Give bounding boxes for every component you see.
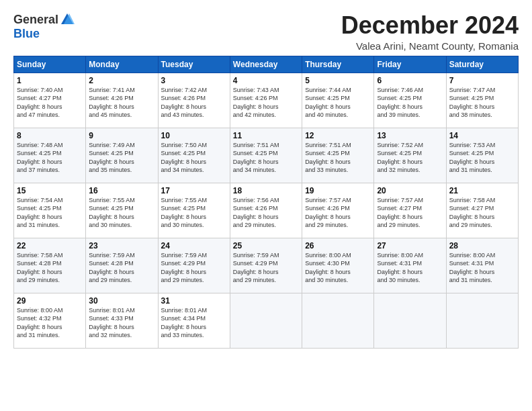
day-number: 17 bbox=[161, 186, 227, 195]
day-number: 13 bbox=[377, 131, 443, 140]
day-info: Sunrise: 7:52 AM Sunset: 4:25 PM Dayligh… bbox=[377, 142, 423, 174]
day-number: 31 bbox=[161, 296, 227, 306]
table-row: 24Sunrise: 7:59 AM Sunset: 4:29 PM Dayli… bbox=[158, 238, 230, 293]
table-row: 3Sunrise: 7:42 AM Sunset: 4:26 PM Daylig… bbox=[158, 73, 230, 128]
logo: General Blue bbox=[13, 12, 75, 41]
day-info: Sunrise: 7:40 AM Sunset: 4:27 PM Dayligh… bbox=[17, 87, 63, 119]
day-number: 18 bbox=[233, 186, 299, 195]
day-info: Sunrise: 7:41 AM Sunset: 4:26 PM Dayligh… bbox=[89, 87, 135, 119]
day-info: Sunrise: 7:46 AM Sunset: 4:25 PM Dayligh… bbox=[377, 87, 423, 119]
day-info: Sunrise: 7:51 AM Sunset: 4:25 PM Dayligh… bbox=[305, 142, 351, 174]
day-number: 29 bbox=[17, 296, 83, 306]
calendar-week-1: 1Sunrise: 7:40 AM Sunset: 4:27 PM Daylig… bbox=[14, 73, 519, 128]
day-number: 23 bbox=[89, 241, 154, 250]
table-row: 31Sunrise: 8:01 AM Sunset: 4:34 PM Dayli… bbox=[158, 293, 230, 348]
day-info: Sunrise: 8:01 AM Sunset: 4:34 PM Dayligh… bbox=[161, 307, 208, 339]
header: General Blue December 2024 Valea Arini, … bbox=[13, 12, 519, 52]
day-number: 16 bbox=[89, 186, 154, 195]
day-number: 9 bbox=[89, 131, 154, 140]
calendar-week-4: 22Sunrise: 7:58 AM Sunset: 4:28 PM Dayli… bbox=[14, 238, 519, 293]
day-number: 14 bbox=[449, 131, 515, 140]
day-number: 8 bbox=[17, 131, 83, 140]
day-info: Sunrise: 7:56 AM Sunset: 4:26 PM Dayligh… bbox=[233, 197, 279, 229]
day-info: Sunrise: 7:49 AM Sunset: 4:25 PM Dayligh… bbox=[89, 142, 135, 174]
table-row: 14Sunrise: 7:53 AM Sunset: 4:25 PM Dayli… bbox=[446, 128, 518, 183]
table-row: 11Sunrise: 7:51 AM Sunset: 4:25 PM Dayli… bbox=[230, 128, 302, 183]
day-number: 30 bbox=[89, 296, 154, 306]
table-row bbox=[374, 293, 446, 348]
day-info: Sunrise: 7:42 AM Sunset: 4:26 PM Dayligh… bbox=[161, 87, 208, 119]
month-title: December 2024 bbox=[341, 12, 519, 39]
day-number: 15 bbox=[17, 186, 83, 195]
day-number: 7 bbox=[449, 76, 515, 85]
day-number: 11 bbox=[233, 131, 299, 140]
table-row: 20Sunrise: 7:57 AM Sunset: 4:27 PM Dayli… bbox=[374, 183, 446, 238]
day-number: 4 bbox=[233, 76, 299, 85]
table-row: 15Sunrise: 7:54 AM Sunset: 4:25 PM Dayli… bbox=[14, 183, 86, 238]
table-row: 8Sunrise: 7:48 AM Sunset: 4:25 PM Daylig… bbox=[14, 128, 86, 183]
day-number: 27 bbox=[377, 241, 443, 250]
day-info: Sunrise: 7:54 AM Sunset: 4:25 PM Dayligh… bbox=[17, 197, 63, 229]
logo-blue-text: Blue bbox=[13, 27, 40, 41]
table-row: 1Sunrise: 7:40 AM Sunset: 4:27 PM Daylig… bbox=[14, 73, 86, 128]
col-wednesday: Wednesday bbox=[230, 56, 302, 73]
day-number: 19 bbox=[305, 186, 371, 195]
table-row bbox=[446, 293, 518, 348]
table-row: 29Sunrise: 8:00 AM Sunset: 4:32 PM Dayli… bbox=[14, 293, 86, 348]
day-number: 25 bbox=[233, 241, 299, 250]
table-row: 7Sunrise: 7:47 AM Sunset: 4:25 PM Daylig… bbox=[446, 73, 518, 128]
day-number: 10 bbox=[161, 131, 227, 140]
page: General Blue December 2024 Valea Arini, … bbox=[0, 0, 532, 411]
table-row: 19Sunrise: 7:57 AM Sunset: 4:26 PM Dayli… bbox=[302, 183, 374, 238]
logo-icon bbox=[60, 12, 75, 27]
col-sunday: Sunday bbox=[14, 56, 86, 73]
day-info: Sunrise: 7:58 AM Sunset: 4:27 PM Dayligh… bbox=[449, 197, 496, 229]
day-info: Sunrise: 7:43 AM Sunset: 4:26 PM Dayligh… bbox=[233, 87, 279, 119]
subtitle: Valea Arini, Neamt County, Romania bbox=[341, 40, 519, 52]
day-info: Sunrise: 7:44 AM Sunset: 4:25 PM Dayligh… bbox=[305, 87, 351, 119]
day-info: Sunrise: 7:57 AM Sunset: 4:27 PM Dayligh… bbox=[377, 197, 423, 229]
day-info: Sunrise: 7:59 AM Sunset: 4:29 PM Dayligh… bbox=[161, 252, 208, 284]
day-info: Sunrise: 7:59 AM Sunset: 4:28 PM Dayligh… bbox=[89, 252, 135, 284]
col-monday: Monday bbox=[86, 56, 158, 73]
table-row: 26Sunrise: 8:00 AM Sunset: 4:30 PM Dayli… bbox=[302, 238, 374, 293]
table-row: 12Sunrise: 7:51 AM Sunset: 4:25 PM Dayli… bbox=[302, 128, 374, 183]
calendar-header-row: Sunday Monday Tuesday Wednesday Thursday… bbox=[14, 56, 519, 73]
calendar-week-3: 15Sunrise: 7:54 AM Sunset: 4:25 PM Dayli… bbox=[14, 183, 519, 238]
col-thursday: Thursday bbox=[302, 56, 374, 73]
day-info: Sunrise: 7:58 AM Sunset: 4:28 PM Dayligh… bbox=[17, 252, 63, 284]
day-info: Sunrise: 7:51 AM Sunset: 4:25 PM Dayligh… bbox=[233, 142, 279, 174]
table-row: 21Sunrise: 7:58 AM Sunset: 4:27 PM Dayli… bbox=[446, 183, 518, 238]
col-friday: Friday bbox=[374, 56, 446, 73]
day-number: 26 bbox=[305, 241, 371, 250]
table-row bbox=[230, 293, 302, 348]
day-info: Sunrise: 8:00 AM Sunset: 4:31 PM Dayligh… bbox=[377, 252, 423, 284]
table-row: 13Sunrise: 7:52 AM Sunset: 4:25 PM Dayli… bbox=[374, 128, 446, 183]
calendar-week-5: 29Sunrise: 8:00 AM Sunset: 4:32 PM Dayli… bbox=[14, 293, 519, 348]
day-info: Sunrise: 7:55 AM Sunset: 4:25 PM Dayligh… bbox=[161, 197, 208, 229]
day-number: 21 bbox=[449, 186, 515, 195]
table-row: 16Sunrise: 7:55 AM Sunset: 4:25 PM Dayli… bbox=[86, 183, 158, 238]
table-row bbox=[302, 293, 374, 348]
table-row: 27Sunrise: 8:00 AM Sunset: 4:31 PM Dayli… bbox=[374, 238, 446, 293]
day-number: 12 bbox=[305, 131, 371, 140]
col-saturday: Saturday bbox=[446, 56, 518, 73]
day-number: 24 bbox=[161, 241, 227, 250]
table-row: 5Sunrise: 7:44 AM Sunset: 4:25 PM Daylig… bbox=[302, 73, 374, 128]
table-row: 30Sunrise: 8:01 AM Sunset: 4:33 PM Dayli… bbox=[86, 293, 158, 348]
table-row: 18Sunrise: 7:56 AM Sunset: 4:26 PM Dayli… bbox=[230, 183, 302, 238]
table-row: 2Sunrise: 7:41 AM Sunset: 4:26 PM Daylig… bbox=[86, 73, 158, 128]
table-row: 23Sunrise: 7:59 AM Sunset: 4:28 PM Dayli… bbox=[86, 238, 158, 293]
title-block: December 2024 Valea Arini, Neamt County,… bbox=[341, 12, 519, 52]
table-row: 10Sunrise: 7:50 AM Sunset: 4:25 PM Dayli… bbox=[158, 128, 230, 183]
day-number: 20 bbox=[377, 186, 443, 195]
table-row: 9Sunrise: 7:49 AM Sunset: 4:25 PM Daylig… bbox=[86, 128, 158, 183]
table-row: 25Sunrise: 7:59 AM Sunset: 4:29 PM Dayli… bbox=[230, 238, 302, 293]
table-row: 22Sunrise: 7:58 AM Sunset: 4:28 PM Dayli… bbox=[14, 238, 86, 293]
day-info: Sunrise: 8:01 AM Sunset: 4:33 PM Dayligh… bbox=[89, 307, 135, 339]
day-number: 3 bbox=[161, 76, 227, 85]
day-info: Sunrise: 8:00 AM Sunset: 4:32 PM Dayligh… bbox=[17, 307, 63, 339]
calendar-week-2: 8Sunrise: 7:48 AM Sunset: 4:25 PM Daylig… bbox=[14, 128, 519, 183]
col-tuesday: Tuesday bbox=[158, 56, 230, 73]
day-info: Sunrise: 7:53 AM Sunset: 4:25 PM Dayligh… bbox=[449, 142, 496, 174]
